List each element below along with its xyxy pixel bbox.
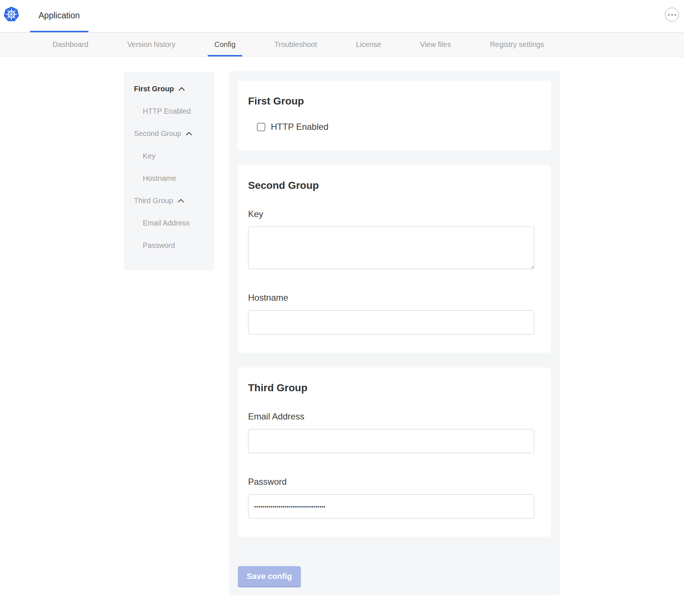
tab-troubleshoot[interactable]: Troubleshoot	[268, 33, 324, 56]
sidebar-item-email-address[interactable]: Email Address	[124, 212, 215, 234]
tab-config[interactable]: Config	[208, 33, 242, 56]
sidebar-group-third-group[interactable]: Third Group	[124, 190, 215, 212]
sidebar-item-hostname[interactable]: Hostname	[124, 167, 215, 190]
password-field-block: Password	[248, 477, 534, 518]
tab-registry-settings[interactable]: Registry settings	[483, 33, 551, 56]
more-options-button[interactable]	[665, 8, 679, 22]
app-header: Application	[0, 0, 684, 33]
key-textarea[interactable]	[248, 227, 534, 269]
config-form-area: First Group HTTP Enabled Second Group Ke…	[229, 71, 560, 595]
config-group-card-first: First Group HTTP Enabled	[238, 81, 551, 150]
password-label: Password	[248, 477, 534, 487]
http-enabled-row: HTTP Enabled	[257, 122, 534, 132]
config-group-card-third: Third Group Email Address Password	[238, 367, 551, 537]
kubernetes-logo-icon	[3, 6, 19, 23]
group-title-first: First Group	[248, 95, 534, 107]
email-field-block: Email Address	[248, 411, 534, 453]
config-group-card-second: Second Group Key Hostname	[238, 165, 551, 353]
hostname-input[interactable]	[248, 310, 534, 334]
chevron-up-icon	[178, 199, 184, 203]
tab-dashboard[interactable]: Dashboard	[46, 33, 95, 56]
ellipsis-icon	[668, 14, 670, 16]
key-label: Key	[248, 209, 534, 219]
tab-view-files[interactable]: View files	[414, 33, 458, 56]
group-title-second: Second Group	[248, 180, 534, 191]
config-page: First Group HTTP Enabled Second Group Ke…	[0, 57, 684, 616]
sidebar-group-second-group[interactable]: Second Group	[124, 122, 215, 145]
config-sidebar: First Group HTTP Enabled Second Group Ke…	[124, 72, 215, 271]
group-title-third: Third Group	[248, 382, 534, 394]
sidebar-item-password[interactable]: Password	[124, 234, 215, 257]
sidebar-item-key[interactable]: Key	[124, 145, 215, 167]
tab-license[interactable]: License	[349, 33, 388, 56]
hostname-label: Hostname	[248, 293, 534, 303]
hostname-field-block: Hostname	[248, 293, 534, 334]
email-input[interactable]	[248, 429, 534, 453]
save-config-button[interactable]: Save config	[238, 566, 301, 586]
http-enabled-label[interactable]: HTTP Enabled	[271, 122, 328, 132]
password-input[interactable]	[248, 494, 534, 518]
tab-application[interactable]: Application	[30, 0, 88, 32]
http-enabled-checkbox[interactable]	[257, 123, 265, 131]
tab-version-history[interactable]: Version history	[121, 33, 182, 56]
key-field-block: Key	[248, 209, 534, 271]
email-label: Email Address	[248, 411, 534, 422]
app-navbar: Dashboard Version history Config Trouble…	[0, 33, 684, 57]
app-tab-label: Application	[39, 11, 80, 21]
sidebar-item-http-enabled[interactable]: HTTP Enabled	[124, 100, 215, 122]
chevron-up-icon	[178, 87, 185, 91]
sidebar-group-first-group[interactable]: First Group	[124, 78, 215, 100]
chevron-up-icon	[186, 132, 192, 136]
